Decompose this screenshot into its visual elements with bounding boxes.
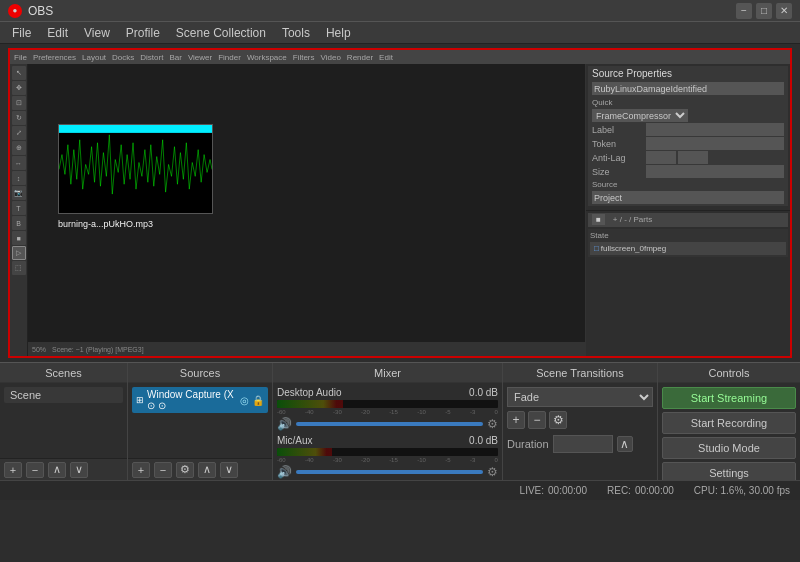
desktop-volume-slider[interactable] — [296, 422, 483, 426]
scenes-body: Scene — [0, 383, 127, 458]
scenes-remove-button[interactable]: − — [26, 462, 44, 478]
menu-profile[interactable]: Profile — [118, 24, 168, 42]
sources-remove-button[interactable]: − — [154, 462, 172, 478]
live-status: LIVE: 00:00:00 — [520, 485, 587, 496]
preview-menu-video[interactable]: Video — [319, 53, 343, 62]
preview-menu-render[interactable]: Render — [345, 53, 375, 62]
close-button[interactable]: ✕ — [776, 3, 792, 19]
preview-menu-prefs[interactable]: Preferences — [31, 53, 78, 62]
tool-display[interactable]: ⬚ — [12, 261, 26, 275]
scenes-add-button[interactable]: + — [4, 462, 22, 478]
tool-anchor[interactable]: ⊕ — [12, 141, 26, 155]
antilag-input2[interactable] — [678, 151, 708, 164]
tool-rotate[interactable]: ↻ — [12, 111, 26, 125]
preview-menu-layout[interactable]: Layout — [80, 53, 108, 62]
scene-item-0[interactable]: Scene — [4, 387, 123, 403]
tool-crop[interactable]: ⊡ — [12, 96, 26, 110]
preview-menu-bar[interactable]: Bar — [167, 53, 183, 62]
mic-volume-bar — [277, 448, 498, 456]
tool-scale[interactable]: ⤢ — [12, 126, 26, 140]
start-recording-button[interactable]: Start Recording — [662, 412, 796, 434]
prop-token-input[interactable] — [646, 137, 784, 150]
quick-select[interactable]: FrameCompressor — [592, 109, 688, 122]
sources-down-button[interactable]: ∨ — [220, 462, 238, 478]
transitions-body: Fade Cut Swipe Slide + − Duration 300ms … — [503, 383, 657, 480]
rec-time: 00:00:00 — [635, 485, 674, 496]
tool-move[interactable]: ✥ — [12, 81, 26, 95]
prop-size-row: Size — [592, 165, 784, 178]
app-icon: ● — [8, 4, 22, 18]
desktop-mute-button[interactable]: 🔊 — [277, 417, 292, 431]
transition-settings-button[interactable] — [549, 411, 567, 429]
sources-settings-button[interactable] — [176, 462, 194, 478]
mixer-mic-name: Mic/Aux — [277, 435, 313, 446]
source-name-0: Window Capture (X ⊙ ⊙ — [147, 389, 237, 411]
menu-scene-collection[interactable]: Scene Collection — [168, 24, 274, 42]
tool-media[interactable]: ▷ — [12, 246, 26, 260]
maximize-button[interactable]: □ — [756, 3, 772, 19]
menu-help[interactable]: Help — [318, 24, 359, 42]
transition-select[interactable]: Fade Cut Swipe Slide — [507, 387, 653, 407]
source-eye-0[interactable]: ◎ — [240, 395, 249, 406]
prop-label-input[interactable] — [646, 123, 784, 136]
mixer-channel-mic-header: Mic/Aux 0.0 dB — [277, 435, 498, 446]
tool-color[interactable]: ■ — [12, 231, 26, 245]
scenes-down-button[interactable]: ∨ — [70, 462, 88, 478]
source-properties: Source Properties Quick FrameCompressor … — [586, 64, 790, 211]
waveform-display — [59, 125, 212, 213]
mixer-header: Mixer — [273, 363, 502, 383]
panels-row: Scenes Scene + − ∧ ∨ Sources ⊞ Window Ca… — [0, 362, 800, 480]
preview-menu-finder[interactable]: Finder — [216, 53, 243, 62]
tool-flip-v[interactable]: ↕ — [12, 171, 26, 185]
duration-input[interactable]: 300ms — [553, 435, 613, 453]
preview-menu-docks[interactable]: Docks — [110, 53, 136, 62]
tool-select[interactable]: ↖ — [12, 66, 26, 80]
sources-body: ⊞ Window Capture (X ⊙ ⊙ ◎ 🔒 — [128, 383, 272, 458]
size-input[interactable] — [646, 165, 784, 178]
source-input[interactable] — [592, 191, 784, 204]
mic-mute-button[interactable]: 🔊 — [277, 465, 292, 479]
source-lock-0[interactable]: 🔒 — [252, 395, 264, 406]
sources-up-button[interactable]: ∧ — [198, 462, 216, 478]
menu-file[interactable]: File — [4, 24, 39, 42]
menu-tools[interactable]: Tools — [274, 24, 318, 42]
duration-up-button[interactable]: ∧ — [617, 436, 633, 452]
preview-menu-edit-inner[interactable]: Edit — [377, 53, 395, 62]
title-left: ● OBS — [8, 4, 53, 18]
desktop-mixer-settings[interactable] — [487, 417, 498, 431]
mic-volume-slider[interactable] — [296, 470, 483, 474]
media-filename: burning-a...pUkHO.mp3 — [58, 219, 153, 229]
minimize-button[interactable]: − — [736, 3, 752, 19]
preview-menu-viewer[interactable]: Viewer — [186, 53, 214, 62]
transition-remove-button[interactable]: − — [528, 411, 546, 429]
mic-mixer-settings[interactable] — [487, 465, 498, 479]
menu-edit[interactable]: Edit — [39, 24, 76, 42]
scenes-up-button[interactable]: ∧ — [48, 462, 66, 478]
menu-bar: File Edit View Profile Scene Collection … — [0, 22, 800, 44]
srclist-btn1[interactable]: ■ — [592, 214, 605, 225]
source-list-item[interactable]: □ fullscreen_0fmpeg — [590, 242, 786, 255]
antilag-input1[interactable] — [646, 151, 676, 164]
preview-menu-file[interactable]: File — [12, 53, 29, 62]
sources-add-button[interactable]: + — [132, 462, 150, 478]
source-name-input[interactable] — [592, 82, 784, 95]
settings-button[interactable]: Settings — [662, 462, 796, 480]
transition-add-controls: + − — [507, 411, 653, 429]
preview-menu-filters[interactable]: Filters — [291, 53, 317, 62]
preview-menu-workspace[interactable]: Workspace — [245, 53, 289, 62]
tool-flip-h[interactable]: ↔ — [12, 156, 26, 170]
tool-screenshot[interactable]: 📷 — [12, 186, 26, 200]
menu-view[interactable]: View — [76, 24, 118, 42]
tool-text[interactable]: T — [12, 201, 26, 215]
transitions-panel: Scene Transitions Fade Cut Swipe Slide +… — [503, 363, 658, 480]
preview-menu-distort[interactable]: Distort — [138, 53, 165, 62]
mixer-mic-db: 0.0 dB — [469, 435, 498, 446]
desktop-volume-markers: -60-40-30-20-15-10-5-30 — [277, 409, 498, 415]
properties-panel: Source Properties Quick FrameCompressor … — [585, 64, 790, 356]
studio-mode-button[interactable]: Studio Mode — [662, 437, 796, 459]
start-streaming-button[interactable]: Start Streaming — [662, 387, 796, 409]
transition-add-button[interactable]: + — [507, 411, 525, 429]
media-thumbnail — [58, 124, 213, 214]
source-item-0[interactable]: ⊞ Window Capture (X ⊙ ⊙ ◎ 🔒 — [132, 387, 268, 413]
tool-browser[interactable]: B — [12, 216, 26, 230]
